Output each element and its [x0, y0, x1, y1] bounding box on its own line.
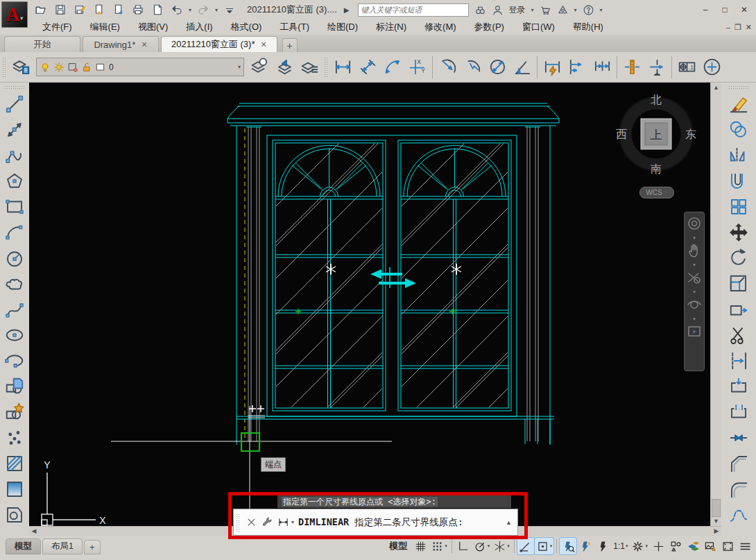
- draw-spline-button[interactable]: [1, 296, 28, 322]
- command-input-bar[interactable]: ▾ DIMLINEAR 指定第二条尺寸界线原点: ▲: [233, 509, 518, 536]
- signin-label[interactable]: 登录: [509, 4, 526, 16]
- modify-join-button[interactable]: [725, 425, 752, 450]
- status-isolate-objects-toggle[interactable]: [667, 538, 684, 554]
- status-graphics-performance-toggle[interactable]: [685, 538, 701, 554]
- command-bar-grip[interactable]: [236, 514, 241, 532]
- zoom-pair-icon[interactable]: [686, 269, 703, 288]
- modify-stretch-button[interactable]: [725, 296, 752, 322]
- showmotion-icon[interactable]: [686, 323, 703, 342]
- layout-tab-model[interactable]: 模型: [6, 538, 41, 554]
- redo-icon[interactable]: [196, 3, 211, 17]
- status-caret-icon[interactable]: ▾: [445, 543, 447, 549]
- model-space-button[interactable]: 模型: [385, 538, 411, 554]
- share-caret-icon[interactable]: ▾: [574, 7, 577, 13]
- dim-quick-dim-button[interactable]: [540, 54, 565, 80]
- modify-copy-button[interactable]: [725, 117, 752, 142]
- dim-aligned-button[interactable]: [355, 54, 380, 80]
- dim-baseline-button[interactable]: [565, 54, 590, 80]
- status-snap-toggle[interactable]: ▾: [429, 538, 449, 554]
- draw-rectangle-button[interactable]: [1, 194, 28, 219]
- status-gear-toggle[interactable]: ▾: [630, 538, 649, 554]
- status-caret-icon[interactable]: ▾: [507, 543, 510, 549]
- layer-dropdown-caret-icon[interactable]: ▾: [238, 64, 241, 70]
- autodesk-share-icon[interactable]: [557, 4, 569, 16]
- draw-toolbar-grip[interactable]: [4, 85, 25, 89]
- dim-tolerance-button[interactable]: .1: [674, 54, 699, 80]
- modify-move-button[interactable]: [725, 219, 752, 245]
- dim-toolbar-grip[interactable]: [324, 57, 328, 78]
- status-caret-icon[interactable]: ▾: [488, 543, 490, 549]
- dim-arc-length-button[interactable]: [380, 54, 405, 80]
- menu-view[interactable]: 视图(V): [129, 19, 177, 35]
- menu-tools[interactable]: 工具(T): [270, 19, 318, 35]
- layout-tab-layout1[interactable]: 布局1: [42, 538, 83, 554]
- status-caret-icon[interactable]: ▾: [626, 543, 628, 549]
- modify-break-button[interactable]: [725, 399, 752, 425]
- maximize-button[interactable]: □: [716, 3, 734, 17]
- dim-adjust-space-button[interactable]: [619, 54, 644, 80]
- doc-close-button[interactable]: ✕: [746, 23, 752, 32]
- viewcube[interactable]: 北 南 西 东 上: [609, 85, 703, 202]
- vscroll-thumb[interactable]: [712, 499, 721, 517]
- file-tab-2[interactable]: 20211210窗立面 (3)*✕: [161, 36, 277, 52]
- dim-center-mark-button[interactable]: [699, 54, 724, 80]
- status-customization-toggle[interactable]: [737, 538, 753, 554]
- draw-arc-button[interactable]: [1, 219, 28, 245]
- make-current-button[interactable]: [247, 54, 272, 80]
- undo-caret-icon[interactable]: ▾: [189, 7, 191, 13]
- doc-restore-button[interactable]: ❐: [734, 23, 741, 32]
- search-input[interactable]: [358, 3, 469, 17]
- dim-radius-button[interactable]: [435, 54, 460, 80]
- menu-dimension[interactable]: 标注(N): [367, 19, 415, 35]
- modify-blend-curves-button[interactable]: [725, 502, 752, 527]
- draw-insert-block-button[interactable]: [1, 373, 28, 399]
- draw-gradient-button[interactable]: [1, 476, 28, 502]
- pan-hand-icon[interactable]: [686, 242, 703, 261]
- command-close-icon[interactable]: [246, 516, 257, 528]
- expand-search-icon[interactable]: ▶: [344, 6, 350, 14]
- menu-draw[interactable]: 绘图(D): [318, 19, 367, 35]
- help-caret-icon[interactable]: ▾: [600, 7, 603, 13]
- draw-region-button[interactable]: [1, 502, 28, 527]
- draw-ellipse-button[interactable]: [1, 322, 28, 348]
- layer-previous-button[interactable]: [272, 54, 297, 80]
- status-ortho-toggle[interactable]: [455, 538, 472, 554]
- modify-offset-button[interactable]: [725, 168, 752, 194]
- draw-circle-button[interactable]: [1, 245, 28, 271]
- dim-linear-button[interactable]: [330, 54, 355, 80]
- draw-line-button[interactable]: [1, 91, 28, 117]
- ui-rect-icon[interactable]: [67, 62, 78, 73]
- status-annotation-monitor-toggle[interactable]: !: [702, 538, 719, 554]
- dim-ordinate-button[interactable]: XY: [405, 54, 430, 80]
- draw-ellipse-arc-button[interactable]: [1, 348, 28, 373]
- minimize-button[interactable]: –: [696, 3, 714, 17]
- modify-break-at-point-button[interactable]: [725, 373, 752, 399]
- status-annotation-visibility-toggle[interactable]: [560, 538, 576, 554]
- import-mobile-icon[interactable]: [111, 3, 126, 17]
- customize-qat-icon[interactable]: [222, 3, 237, 17]
- status-annotation-scale-toggle[interactable]: [594, 538, 611, 554]
- draw-point-button[interactable]: [1, 425, 28, 450]
- scroll-right-icon[interactable]: ▶: [712, 527, 721, 536]
- navbar-caret-icon[interactable]: ▾: [693, 236, 696, 240]
- color-swatch-icon[interactable]: [95, 62, 106, 73]
- toolbar-grip[interactable]: [2, 57, 6, 78]
- draw-polyline-button[interactable]: [1, 142, 28, 168]
- export-mobile-icon[interactable]: [92, 3, 107, 17]
- signin-caret-icon[interactable]: ▾: [531, 7, 534, 13]
- modify-scale-button[interactable]: [725, 271, 752, 296]
- menu-format[interactable]: 格式(O): [222, 19, 271, 35]
- user-icon[interactable]: [492, 4, 504, 16]
- status-isodraft-toggle[interactable]: ▾: [492, 538, 511, 554]
- modify-rotate-button[interactable]: [725, 245, 752, 271]
- file-tab-1[interactable]: Drawing1*✕: [83, 36, 159, 52]
- dim-angular-button[interactable]: [510, 54, 535, 80]
- navigation-bar[interactable]: ▾▾▾▾: [684, 212, 705, 371]
- bulb-on-icon[interactable]: [40, 62, 51, 73]
- doc-minimize-button[interactable]: –: [726, 23, 730, 32]
- orbit-icon[interactable]: [686, 296, 703, 315]
- status-otrack-toggle[interactable]: [517, 538, 534, 554]
- modify-mirror-button[interactable]: [725, 142, 752, 168]
- dim-dim-break-button[interactable]: [644, 54, 669, 80]
- new-sheet-icon[interactable]: [150, 3, 165, 17]
